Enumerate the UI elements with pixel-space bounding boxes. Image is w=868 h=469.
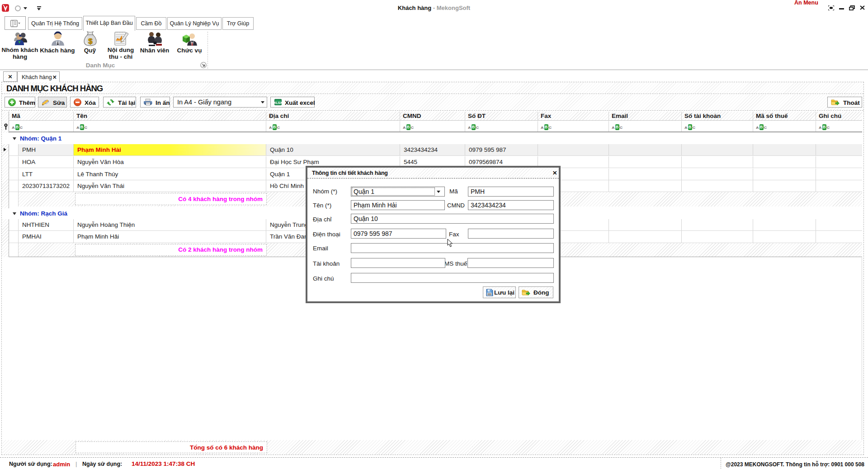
svg-text:XLSX: XLSX xyxy=(274,101,282,104)
svg-text:$: $ xyxy=(88,37,93,46)
